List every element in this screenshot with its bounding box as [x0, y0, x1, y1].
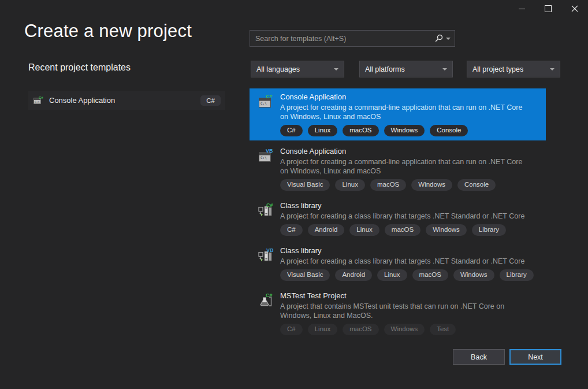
tag: Linux [377, 269, 407, 281]
template-item-mstest-test-project[interactable]: C# MSTest Test Project A project that co… [250, 287, 546, 339]
tag: Linux [308, 125, 338, 136]
chevron-down-icon [334, 68, 338, 71]
minimize-icon [519, 9, 525, 9]
tag: macOS [343, 125, 378, 136]
maximize-button[interactable] [535, 0, 561, 17]
language-badge: C# [200, 95, 221, 106]
tag: Console [430, 125, 468, 136]
tag: Windows [411, 179, 452, 191]
tag: C# [280, 324, 303, 335]
template-item-console-application-csharp[interactable]: C:\ C# Console Application A project for… [250, 88, 546, 140]
tag: C# [280, 125, 303, 136]
tag: Test [430, 324, 456, 335]
tag: macOS [412, 269, 448, 281]
close-icon [571, 5, 578, 12]
template-tags: Visual Basic Linux macOS Windows Console [280, 179, 530, 191]
tag: Linux [349, 224, 379, 236]
console-csharp-icon: C:\ C# [33, 95, 43, 106]
chevron-down-icon [550, 68, 554, 71]
template-list: C:\ C# Console Application A project for… [250, 88, 546, 340]
tag: Windows [384, 324, 425, 335]
template-tags: C# Android Linux macOS Windows Library [280, 224, 524, 236]
next-button[interactable]: Next [509, 349, 561, 365]
svg-text:C#: C# [266, 292, 273, 298]
svg-text:VB: VB [266, 247, 274, 253]
search-icon[interactable] [434, 34, 443, 43]
svg-text:C#: C# [39, 95, 43, 99]
tag: Console [457, 179, 496, 191]
template-description: A project for creating a class library t… [280, 212, 524, 221]
console-csharp-icon: C:\ C# [258, 94, 274, 110]
tag: macOS [343, 324, 378, 335]
template-name: Console Application [280, 92, 530, 101]
tag: Windows [384, 125, 425, 136]
template-item-class-library-csharp[interactable]: C# Class library A project for creating … [250, 197, 546, 240]
template-description: A project for creating a command-line ap… [280, 157, 530, 176]
tag: Library [472, 224, 506, 236]
next-button-label: Next [528, 353, 543, 361]
template-name: Class library [280, 201, 524, 210]
template-tags: C# Linux macOS Windows Test [280, 324, 530, 335]
platform-filter-value: All platforms [365, 65, 405, 73]
tag: Windows [453, 269, 494, 281]
close-button[interactable] [561, 0, 588, 17]
mstest-csharp-icon: C# [258, 292, 274, 309]
platform-filter-dropdown[interactable]: All platforms [359, 61, 453, 77]
svg-text:C#: C# [266, 202, 273, 208]
template-description: A project for creating a class library t… [280, 257, 530, 266]
tag: Windows [426, 224, 467, 236]
titlebar [508, 0, 588, 17]
template-item-console-application-vb[interactable]: C:\ VB Console Application A project for… [250, 143, 546, 195]
tag: Linux [308, 324, 338, 335]
template-item-class-library-vb[interactable]: VB Class library A project for creating … [250, 242, 546, 285]
tag: Linux [335, 179, 365, 191]
tag: Android [335, 269, 372, 281]
page-title: Create a new project [24, 21, 192, 42]
language-filter-value: All languages [256, 65, 300, 73]
tag: Visual Basic [280, 269, 330, 281]
template-name: MSTest Test Project [280, 291, 530, 300]
project-type-filter-dropdown[interactable]: All project types [467, 61, 560, 77]
recent-templates-heading: Recent project templates [28, 62, 131, 73]
maximize-icon [545, 5, 552, 12]
tag: Visual Basic [280, 179, 330, 191]
tag: macOS [385, 224, 420, 236]
project-type-filter-value: All project types [472, 65, 523, 73]
language-filter-dropdown[interactable]: All languages [251, 61, 344, 77]
class-library-csharp-icon: C# [258, 202, 274, 218]
search-placeholder: Search for templates (Alt+S) [255, 35, 434, 43]
svg-text:C:\: C:\ [260, 101, 267, 105]
tag: macOS [370, 179, 406, 191]
class-library-vb-icon: VB [258, 247, 274, 264]
recent-item-console-application[interactable]: C:\ C# Console Application C# [28, 91, 225, 110]
template-description: A project that contains MSTest unit test… [280, 302, 530, 320]
chevron-down-icon [442, 68, 447, 71]
tag: Library [500, 269, 534, 281]
template-description: A project for creating a command-line ap… [280, 103, 530, 121]
search-options-caret-icon[interactable] [446, 38, 451, 40]
back-button-label: Back [471, 353, 487, 361]
search-input[interactable]: Search for templates (Alt+S) [250, 30, 455, 47]
template-name: Class library [280, 246, 534, 255]
recent-item-label: Console Application [49, 96, 195, 105]
svg-text:C:\: C:\ [260, 155, 267, 160]
create-project-dialog: { "header": { "title": "Create a new pro… [0, 0, 588, 389]
svg-text:C:\: C:\ [35, 100, 39, 103]
back-button[interactable]: Back [453, 349, 505, 365]
tag: C# [280, 224, 303, 236]
template-name: Console Application [280, 147, 530, 155]
template-tags: C# Linux macOS Windows Console [280, 125, 530, 136]
svg-text:VB: VB [266, 148, 273, 154]
svg-text:C#: C# [266, 94, 273, 99]
console-vb-icon: C:\ VB [258, 148, 274, 164]
tag: Android [308, 224, 345, 236]
minimize-button[interactable] [508, 0, 535, 17]
template-tags: Visual Basic Android Linux macOS Windows… [280, 269, 534, 281]
